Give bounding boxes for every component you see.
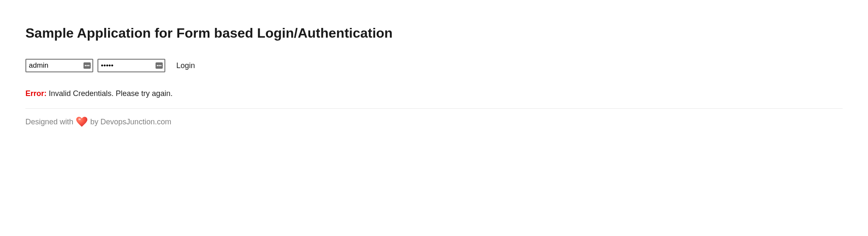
autofill-icon[interactable]: [156, 63, 163, 69]
username-input[interactable]: [25, 59, 93, 72]
password-field-wrap: [97, 59, 165, 72]
heart-icon: [76, 116, 88, 127]
page-title: Sample Application for Form based Login/…: [25, 25, 843, 41]
login-form: Login: [25, 59, 843, 72]
error-message-line: Error: Invalid Credentials. Please try a…: [25, 89, 843, 98]
error-label: Error:: [25, 89, 47, 98]
divider: [25, 108, 843, 109]
footer-prefix: Designed with: [25, 118, 73, 126]
login-button[interactable]: Login: [176, 61, 195, 70]
footer-suffix: by DevopsJunction.com: [90, 118, 171, 126]
svg-point-0: [78, 118, 81, 120]
autofill-icon[interactable]: [83, 63, 91, 69]
error-text: Invalid Credentials. Please try again.: [47, 89, 172, 98]
password-input[interactable]: [97, 59, 165, 72]
footer: Designed with by DevopsJunction.com: [25, 116, 843, 127]
username-field-wrap: [25, 59, 93, 72]
